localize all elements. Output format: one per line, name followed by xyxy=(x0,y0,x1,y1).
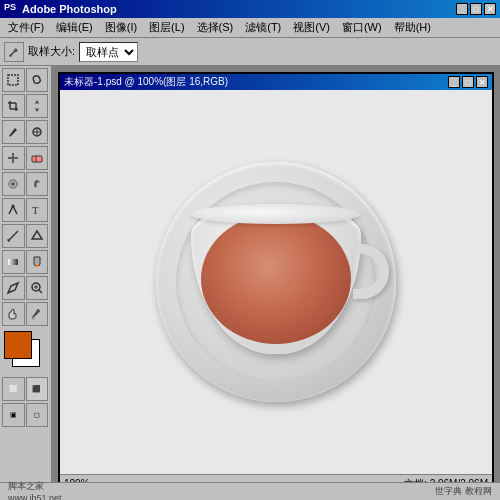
measure-tool[interactable] xyxy=(2,224,25,248)
sample-size-select[interactable]: 取样点 xyxy=(79,42,138,62)
gradient-tool[interactable] xyxy=(2,250,25,274)
menu-window[interactable]: 窗口(W) xyxy=(336,18,388,37)
restore-button[interactable]: □ xyxy=(470,3,482,15)
doc-restore-button[interactable]: □ xyxy=(462,76,474,88)
screen-mode-full[interactable]: ◻ xyxy=(26,403,49,427)
options-bar: 取样大小: 取样点 xyxy=(0,38,500,66)
crop-tool[interactable] xyxy=(2,94,25,118)
svg-point-15 xyxy=(11,182,15,186)
blur-tool[interactable] xyxy=(2,172,25,196)
menu-select[interactable]: 选择(S) xyxy=(191,18,240,37)
hand-tool[interactable] xyxy=(2,302,25,326)
cup-rim xyxy=(191,204,361,224)
cup-illustration xyxy=(136,142,416,422)
cup xyxy=(191,204,361,354)
paint-bucket-tool[interactable] xyxy=(26,250,49,274)
move-tool[interactable] xyxy=(26,94,49,118)
cup-body xyxy=(191,204,361,354)
eraser-tool[interactable] xyxy=(26,146,49,170)
lasso-tool[interactable] xyxy=(26,68,49,92)
svg-rect-3 xyxy=(8,75,18,85)
svg-line-18 xyxy=(8,231,18,241)
quick-mask-standard[interactable]: ⬜ xyxy=(2,377,25,401)
svg-rect-22 xyxy=(8,259,18,265)
svg-point-29 xyxy=(31,317,34,320)
custom-shape-tool[interactable] xyxy=(26,224,49,248)
color-swatches xyxy=(4,331,50,373)
foreground-color-swatch[interactable] xyxy=(4,331,32,359)
menu-edit[interactable]: 编辑(E) xyxy=(50,18,99,37)
brush-tool[interactable] xyxy=(2,120,25,144)
menu-filter[interactable]: 滤镜(T) xyxy=(239,18,287,37)
sample-size-label: 取样大小: xyxy=(28,44,75,59)
watermark-right: 世字典 教程网 xyxy=(435,485,492,498)
svg-text:T: T xyxy=(32,204,39,216)
svg-point-2 xyxy=(9,54,12,57)
close-button[interactable]: ✕ xyxy=(484,3,496,15)
menu-layer[interactable]: 图层(L) xyxy=(143,18,190,37)
menu-image[interactable]: 图像(I) xyxy=(99,18,143,37)
menu-view[interactable]: 视图(V) xyxy=(287,18,336,37)
svg-rect-23 xyxy=(36,264,38,267)
main-area: T xyxy=(0,66,500,500)
watermark-left: 脚本之家 www.jb51.net xyxy=(8,480,62,500)
eyedropper-icon[interactable] xyxy=(4,42,24,62)
document-title: 未标器-1.psd @ 100%(图层 16,RGB) xyxy=(64,75,228,89)
document-titlebar: 未标器-1.psd @ 100%(图层 16,RGB) _ □ ✕ xyxy=(60,74,492,90)
zoom-tool[interactable] xyxy=(26,276,49,300)
clone-tool[interactable] xyxy=(2,146,25,170)
document-window: 未标器-1.psd @ 100%(图层 16,RGB) _ □ ✕ xyxy=(58,72,494,494)
app-title: Adobe Photoshop xyxy=(22,3,117,15)
doc-close-button[interactable]: ✕ xyxy=(476,76,488,88)
screen-mode-standard[interactable]: ▣ xyxy=(2,403,25,427)
dodge-tool[interactable] xyxy=(26,172,49,196)
menu-help[interactable]: 帮助(H) xyxy=(388,18,437,37)
workspace: 未标器-1.psd @ 100%(图层 16,RGB) _ □ ✕ xyxy=(52,66,500,500)
svg-line-26 xyxy=(39,290,42,293)
canvas-area xyxy=(60,90,492,474)
svg-rect-12 xyxy=(32,156,42,162)
title-bar: PS Adobe Photoshop _ □ ✕ xyxy=(0,0,500,18)
path-selection-tool[interactable] xyxy=(2,276,25,300)
eyedropper-tool[interactable] xyxy=(26,302,49,326)
app-icon: PS xyxy=(4,2,18,16)
svg-point-16 xyxy=(12,205,15,208)
healing-tool[interactable] xyxy=(26,120,49,144)
rect-marquee-tool[interactable] xyxy=(2,68,25,92)
cup-liquid xyxy=(201,214,351,344)
menu-bar: 文件(F) 编辑(E) 图像(I) 图层(L) 选择(S) 滤镜(T) 视图(V… xyxy=(0,18,500,38)
watermark-bar: 脚本之家 www.jb51.net 世字典 教程网 xyxy=(0,482,500,500)
text-tool[interactable]: T xyxy=(26,198,49,222)
doc-minimize-button[interactable]: _ xyxy=(448,76,460,88)
svg-marker-21 xyxy=(32,231,42,239)
menu-file[interactable]: 文件(F) xyxy=(2,18,50,37)
minimize-button[interactable]: _ xyxy=(456,3,468,15)
toolbox: T xyxy=(0,66,52,500)
pen-tool[interactable] xyxy=(2,198,25,222)
quick-mask-mode[interactable]: ⬛ xyxy=(26,377,49,401)
svg-marker-8 xyxy=(35,100,39,112)
